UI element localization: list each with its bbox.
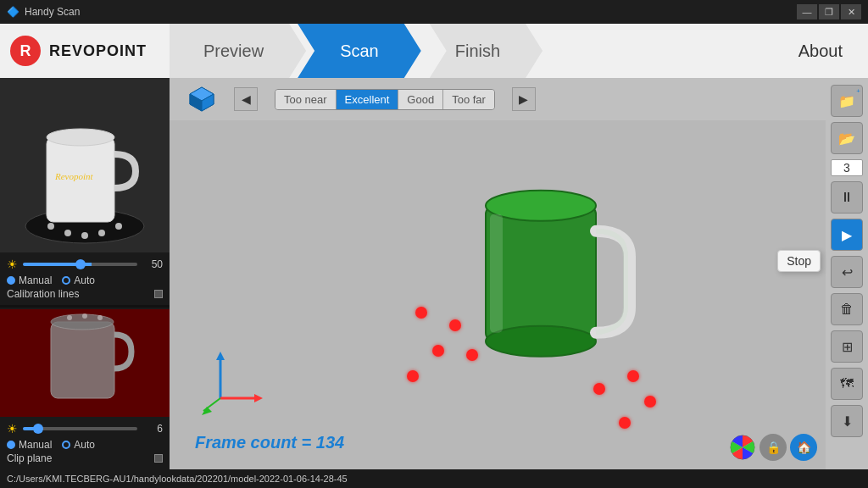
pause-button[interactable]: ⏸: [831, 181, 863, 214]
too-far-button[interactable]: Too far: [443, 90, 494, 109]
stop-button[interactable]: ▶: [831, 219, 863, 251]
delete-icon: 🗑: [840, 302, 854, 317]
good-button[interactable]: Good: [398, 90, 443, 109]
title-bar: 🔷 Handy Scan — ❐ ✕: [0, 0, 868, 24]
left-panel: Revopoint ☀ 50 Manual: [0, 78, 170, 469]
scan-viewport: Frame count = 134 🔒 🏠: [170, 120, 826, 469]
app-title: Handy Scan: [25, 6, 80, 18]
right-panel: 📁+ 📂 3 ⏸ ▶ ↩ 🗑 ⊞ 🗺 ⬇: [826, 78, 868, 469]
clip-value: 6: [142, 423, 163, 435]
app-icon: 🔷: [7, 6, 19, 18]
blue-cube-icon: [186, 84, 217, 114]
svg-point-11: [81, 232, 88, 239]
prev-arrow-button[interactable]: ◀: [234, 87, 258, 111]
status-bar: C:/Users/KMI.TECBERG-AU1/handylookdata/2…: [0, 469, 868, 488]
svg-point-5: [47, 129, 114, 146]
clip-plane-row: Clip plane: [7, 452, 163, 464]
status-path: C:/Users/KMI.TECBERG-AU1/handylookdata/2…: [7, 474, 348, 484]
calib-label: Calibration lines: [7, 288, 79, 300]
svg-point-16: [82, 313, 87, 319]
rgb-icon: [729, 434, 756, 461]
tab-scan[interactable]: Scan: [298, 24, 421, 78]
color-wheel-icon[interactable]: [729, 434, 756, 461]
main-area: Revopoint ☀ 50 Manual: [0, 78, 868, 469]
calib-checkbox[interactable]: [154, 290, 163, 298]
tab-preview[interactable]: Preview: [170, 24, 306, 78]
svg-rect-13: [51, 322, 114, 398]
svg-marker-31: [202, 407, 212, 415]
manual-label: Manual: [19, 274, 52, 286]
tracking-dot: [619, 417, 631, 429]
excellent-button[interactable]: Excellent: [337, 90, 399, 109]
camera-bottom-image: [0, 309, 170, 417]
clip-label: Clip plane: [7, 452, 52, 464]
open-folder-icon: 📂: [838, 130, 855, 147]
svg-text:Revopoint: Revopoint: [54, 171, 94, 181]
divider: [0, 305, 170, 308]
nav-bar: R REVOPOINT Preview Scan Finish About: [0, 24, 868, 78]
next-arrow-button[interactable]: ▶: [512, 87, 536, 111]
svg-rect-25: [490, 214, 503, 333]
camera-preview-bottom: [0, 309, 170, 417]
title-bar-controls[interactable]: — ❐ ✕: [797, 4, 861, 19]
3d-mug: [460, 172, 647, 396]
home-icon-button[interactable]: 🏠: [790, 434, 817, 461]
controls-top: ☀ 50 Manual Auto Calibration lines: [0, 252, 170, 305]
clip-icon: ☀: [7, 422, 18, 435]
undo-icon: ↩: [842, 264, 853, 280]
tracking-dot: [644, 396, 656, 408]
undo-button[interactable]: ↩: [831, 256, 863, 288]
clip-manual-label: Manual: [19, 439, 52, 451]
mug-3d-render: [460, 172, 647, 392]
auto-radio-dot: [62, 276, 70, 285]
clip-manual-radio[interactable]: Manual: [7, 439, 52, 451]
add-folder-icon: 📁+: [838, 93, 855, 109]
pause-icon: ⏸: [840, 190, 854, 205]
download-button[interactable]: ⬇: [831, 405, 863, 437]
tracking-dot: [627, 370, 639, 382]
auto-radio[interactable]: Auto: [62, 274, 95, 286]
minimize-button[interactable]: —: [797, 4, 817, 19]
distance-indicator: Too near Excellent Good Too far: [275, 89, 495, 110]
stop-icon: ▶: [842, 227, 852, 243]
grid-button[interactable]: ⊞: [831, 330, 863, 363]
camera-preview-top: Revopoint: [0, 78, 170, 252]
close-button[interactable]: ✕: [841, 4, 861, 19]
svg-marker-27: [216, 352, 225, 360]
svg-point-24: [486, 326, 596, 357]
tracking-dot: [466, 349, 478, 361]
open-folder-button[interactable]: 📂: [831, 122, 863, 154]
svg-point-8: [64, 230, 71, 236]
clip-slider-row: ☀ 6: [7, 422, 163, 435]
tab-finish[interactable]: Finish: [413, 24, 542, 78]
too-near-button[interactable]: Too near: [275, 90, 337, 109]
lock-icon-button[interactable]: 🔒: [760, 434, 787, 461]
svg-point-23: [486, 191, 596, 221]
exposure-mode-row: Manual Auto: [7, 274, 163, 286]
title-bar-left: 🔷 Handy Scan: [7, 6, 80, 18]
add-folder-button[interactable]: 📁+: [831, 85, 863, 117]
map-icon: 🗺: [840, 376, 854, 391]
maximize-button[interactable]: ❐: [819, 4, 839, 19]
clip-auto-label: Auto: [74, 439, 95, 451]
logo-section: R REVOPOINT: [0, 34, 170, 68]
manual-radio[interactable]: Manual: [7, 274, 52, 286]
map-button[interactable]: 🗺: [831, 368, 863, 400]
nav-tabs: Preview Scan Finish: [170, 24, 798, 78]
stop-tooltip: Stop: [777, 250, 821, 272]
grid-icon: ⊞: [842, 339, 853, 355]
about-button[interactable]: About: [798, 42, 868, 61]
clip-auto-radio[interactable]: Auto: [62, 439, 95, 451]
clip-slider[interactable]: [23, 427, 137, 430]
calibration-row: Calibration lines: [7, 288, 163, 300]
brightness-slider[interactable]: [23, 263, 137, 266]
clip-checkbox[interactable]: [154, 454, 163, 463]
svg-point-7: [47, 223, 54, 230]
frame-number-badge: 3: [831, 159, 863, 176]
logo-text: REVOPOINT: [49, 42, 147, 60]
stop-tooltip-text: Stop: [787, 254, 811, 268]
svg-point-15: [67, 315, 72, 320]
svg-text:R: R: [20, 42, 31, 59]
delete-button[interactable]: 🗑: [831, 293, 863, 325]
clip-mode-row: Manual Auto: [7, 439, 163, 451]
